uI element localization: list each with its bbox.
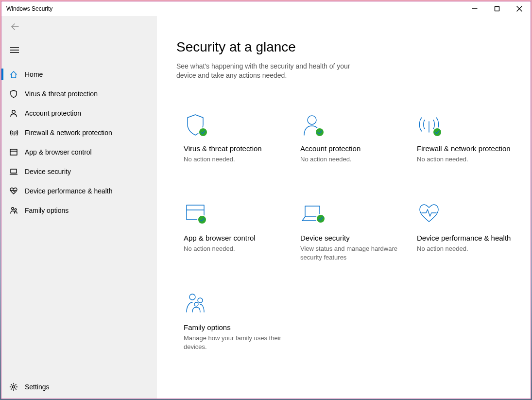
svg-point-8 xyxy=(12,110,15,113)
family-icon xyxy=(184,292,282,320)
heart-icon xyxy=(9,187,25,195)
sidebar-item-label: Family options xyxy=(25,207,69,214)
browser-icon xyxy=(184,202,282,230)
card-desc: View status and manage hardware security… xyxy=(300,244,398,261)
svg-point-15 xyxy=(15,209,17,210)
sidebar-item-label: Home xyxy=(25,70,43,78)
browser-icon xyxy=(9,148,25,157)
family-icon xyxy=(9,206,25,215)
svg-point-14 xyxy=(12,208,14,209)
titlebar: Windows Security xyxy=(1,1,531,16)
laptop-icon xyxy=(300,202,398,230)
card-firewall[interactable]: Firewall & network protection No action … xyxy=(410,104,522,190)
person-icon xyxy=(300,113,398,141)
svg-rect-12 xyxy=(11,169,17,173)
sidebar-item-label: Settings xyxy=(25,383,50,391)
heart-icon xyxy=(417,202,515,230)
card-virus[interactable]: Virus & threat protection No action need… xyxy=(176,104,289,190)
sidebar: Home Virus & threat protection Account p… xyxy=(1,16,157,399)
body: Home Virus & threat protection Account p… xyxy=(1,16,531,399)
hamburger-button[interactable] xyxy=(1,39,157,63)
sidebar-item-label: Firewall & network protection xyxy=(25,129,112,137)
card-title: Virus & threat protection xyxy=(184,144,282,154)
gear-icon xyxy=(9,383,25,391)
card-device-health[interactable]: Device performance & health No action ne… xyxy=(410,194,522,279)
svg-point-16 xyxy=(13,386,15,388)
page-subtitle: See what's happening with the security a… xyxy=(176,62,371,80)
svg-point-17 xyxy=(308,116,316,124)
card-device-security[interactable]: Device security View status and manage h… xyxy=(293,194,406,279)
svg-point-22 xyxy=(189,294,195,300)
back-button[interactable] xyxy=(1,16,157,39)
sidebar-item-virus[interactable]: Virus & threat protection xyxy=(1,84,157,104)
window-title: Windows Security xyxy=(1,5,52,12)
main-content: Security at a glance See what's happenin… xyxy=(157,16,531,399)
card-family[interactable]: Family options Manage how your family us… xyxy=(176,283,289,369)
check-icon xyxy=(197,215,207,225)
app-window: Windows Security xyxy=(1,1,531,399)
card-app-browser[interactable]: App & browser control No action needed. xyxy=(176,194,289,279)
sidebar-item-label: Virus & threat protection xyxy=(25,90,98,98)
sidebar-item-device-security[interactable]: Device security xyxy=(1,162,157,181)
sidebar-item-label: Device performance & health xyxy=(25,187,113,195)
close-button[interactable] xyxy=(508,1,531,16)
sidebar-item-label: Account protection xyxy=(25,109,81,117)
page-title: Security at a glance xyxy=(176,39,511,55)
svg-point-23 xyxy=(198,298,203,303)
card-desc: No action needed. xyxy=(184,244,282,253)
minimize-button[interactable] xyxy=(463,1,486,16)
laptop-icon xyxy=(9,167,25,176)
card-desc: No action needed. xyxy=(300,155,398,164)
card-title: Firewall & network protection xyxy=(417,144,515,154)
menu-icon xyxy=(10,47,19,55)
svg-rect-10 xyxy=(10,149,17,155)
card-account[interactable]: Account protection No action needed. xyxy=(293,104,406,190)
check-icon xyxy=(316,214,326,224)
home-icon xyxy=(9,70,25,79)
card-title: App & browser control xyxy=(184,233,282,243)
card-desc: Manage how your family uses their device… xyxy=(184,334,282,351)
sidebar-item-home[interactable]: Home xyxy=(1,65,157,84)
shield-icon xyxy=(184,113,282,141)
sidebar-item-family[interactable]: Family options xyxy=(1,201,157,220)
card-title: Account protection xyxy=(300,144,398,154)
sidebar-item-settings[interactable]: Settings xyxy=(1,375,157,399)
antenna-icon xyxy=(417,113,515,141)
sidebar-item-account[interactable]: Account protection xyxy=(1,104,157,123)
check-icon xyxy=(315,127,325,137)
sidebar-item-label: App & browser control xyxy=(25,148,92,156)
sidebar-item-firewall[interactable]: Firewall & network protection xyxy=(1,123,157,142)
check-icon xyxy=(432,127,442,137)
person-icon xyxy=(9,109,25,118)
card-desc: No action needed. xyxy=(417,155,515,164)
shield-icon xyxy=(9,89,25,98)
card-desc: No action needed. xyxy=(184,155,282,164)
card-title: Device security xyxy=(300,233,398,243)
svg-point-24 xyxy=(194,302,198,306)
check-icon xyxy=(198,127,208,137)
maximize-button[interactable] xyxy=(486,1,508,16)
back-icon xyxy=(10,22,20,34)
card-desc: No action needed. xyxy=(417,244,515,253)
svg-rect-1 xyxy=(495,7,499,11)
nav: Home Virus & threat protection Account p… xyxy=(1,63,157,375)
card-title: Device performance & health xyxy=(417,233,515,243)
sidebar-item-device-health[interactable]: Device performance & health xyxy=(1,181,157,201)
sidebar-item-label: Device security xyxy=(25,168,71,175)
sidebar-item-app-browser[interactable]: App & browser control xyxy=(1,142,157,162)
antenna-icon xyxy=(9,128,25,137)
card-title: Family options xyxy=(184,323,282,332)
cards-grid: Virus & threat protection No action need… xyxy=(176,104,511,369)
